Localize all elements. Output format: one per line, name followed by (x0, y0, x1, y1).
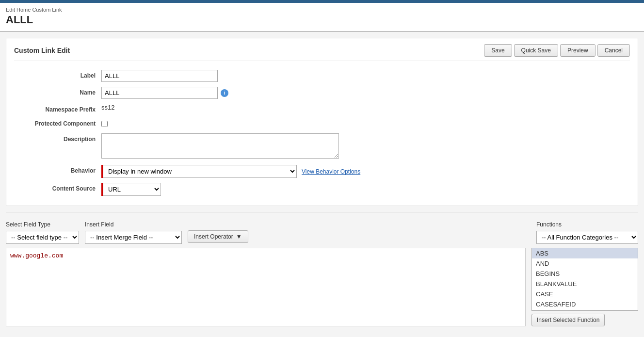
form-section: Label Name i Namespace Prefix (14, 68, 630, 198)
function-list-item[interactable]: ABS (532, 248, 638, 258)
protected-wrap (101, 118, 630, 128)
info-icon[interactable]: i (221, 89, 228, 97)
description-textarea[interactable] (101, 133, 339, 159)
name-field-wrap: i (101, 87, 630, 99)
content-source-select[interactable]: URL (103, 183, 161, 196)
label-input[interactable] (101, 70, 218, 82)
description-label: Description (14, 133, 101, 143)
section-divider (6, 212, 638, 212)
namespace-value: ss12 (101, 101, 114, 111)
behavior-wrap: Display in new window View Behavior Opti… (101, 165, 630, 178)
function-list-item[interactable]: BEGINS (532, 269, 638, 279)
content-source-label: Content Source (14, 183, 101, 192)
functions-list: ABSANDBEGINSBLANKVALUECASECASESAFEID (531, 248, 638, 311)
functions-panel: ABSANDBEGINSBLANKVALUECASECASESAFEID Ins… (531, 248, 638, 326)
card-title: Custom Link Edit (14, 47, 70, 54)
main-content: Custom Link Edit Save Quick Save Preview… (0, 38, 644, 332)
namespace-label: Namespace Prefix (14, 104, 101, 113)
view-behavior-options-link[interactable]: View Behavior Options (302, 168, 360, 175)
behavior-inner-wrap: Display in new window View Behavior Opti… (101, 165, 630, 178)
select-field-type-section: Select Field Type -- Select field type -… (6, 221, 79, 244)
insert-operator-button[interactable]: Insert Operator ▼ (188, 230, 248, 243)
bottom-section: Select Field Type -- Select field type -… (0, 217, 644, 332)
name-field-label: Name (14, 87, 101, 96)
function-list-item[interactable]: CASESAFEID (532, 299, 638, 309)
form-row-description: Description (14, 133, 630, 160)
select-field-type-label: Select Field Type (6, 221, 79, 228)
quick-save-button[interactable]: Quick Save (514, 44, 558, 57)
content-source-wrap: URL (101, 183, 630, 196)
form-row-protected: Protected Component (14, 118, 630, 128)
formula-editor[interactable]: www.google.com (6, 248, 526, 326)
protected-label: Protected Component (14, 118, 101, 127)
function-list-item[interactable]: CASE (532, 289, 638, 299)
form-row-namespace: Namespace Prefix ss12 (14, 104, 630, 113)
field-toolbar: Select Field Type -- Select field type -… (6, 221, 638, 244)
description-wrap (101, 133, 630, 160)
function-list-item[interactable]: AND (532, 258, 638, 269)
page-header: Edit Home Custom Link ALLL (0, 3, 644, 32)
name-input[interactable] (101, 87, 218, 99)
insert-operator-chevron: ▼ (236, 233, 242, 240)
page-title: ALLL (6, 14, 638, 26)
editor-area: www.google.com ABSANDBEGINSBLANKVALUECAS… (6, 248, 638, 326)
functions-label: Functions (536, 221, 638, 228)
insert-field-label: Insert Field (85, 221, 182, 228)
functions-section: Functions -- All Function Categories -- (536, 221, 638, 244)
namespace-value-wrap: ss12 (101, 104, 630, 111)
protected-checkbox[interactable] (101, 121, 108, 127)
function-list-item[interactable]: BLANKVALUE (532, 279, 638, 289)
form-row-content-source: Content Source URL (14, 183, 630, 196)
custom-link-edit-card: Custom Link Edit Save Quick Save Preview… (6, 38, 638, 206)
label-field-wrap (101, 70, 630, 82)
select-field-type-select[interactable]: -- Select field type -- (6, 231, 79, 244)
insert-operator-label: Insert Operator (194, 233, 233, 240)
behavior-label: Behavior (14, 165, 101, 174)
formula-text: www.google.com (10, 252, 63, 259)
label-field-label: Label (14, 70, 101, 79)
preview-button[interactable]: Preview (560, 44, 596, 57)
name-wrap: i (101, 87, 630, 99)
save-button[interactable]: Save (484, 44, 512, 57)
cancel-button[interactable]: Cancel (597, 44, 630, 57)
function-categories-select[interactable]: -- All Function Categories -- (536, 231, 638, 244)
insert-field-section: Insert Field -- Insert Merge Field -- (85, 221, 182, 244)
card-header: Custom Link Edit Save Quick Save Preview… (14, 44, 630, 61)
form-row-label: Label (14, 70, 630, 82)
behavior-select[interactable]: Display in new window (103, 165, 297, 178)
insert-merge-field-select[interactable]: -- Insert Merge Field -- (85, 231, 182, 244)
form-row-behavior: Behavior Display in new window View Beha… (14, 165, 630, 178)
form-row-name: Name i (14, 87, 630, 99)
breadcrumb: Edit Home Custom Link (6, 7, 638, 13)
insert-selected-function-button[interactable]: Insert Selected Function (531, 314, 605, 326)
card-actions: Save Quick Save Preview Cancel (484, 44, 630, 57)
